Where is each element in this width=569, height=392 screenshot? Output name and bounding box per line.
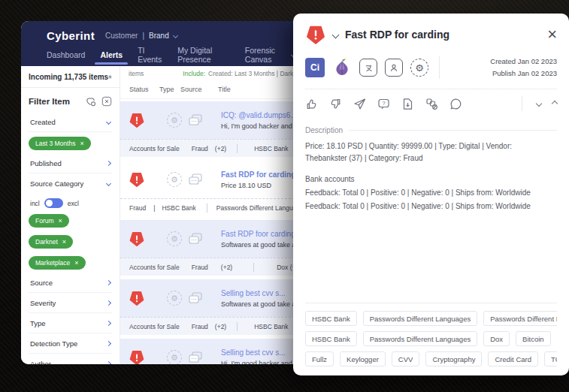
type-chevron-right-icon xyxy=(106,321,111,326)
save-filter-icon[interactable] xyxy=(85,96,96,107)
clear-filters-icon[interactable] xyxy=(101,96,112,107)
alert-row-main: ⚙ Fast RDP foor carding Softwares at goo… xyxy=(120,220,295,258)
detail-meta-row: Ci ⚙ Created Jan 02 2023 Pub xyxy=(293,50,569,87)
tag[interactable]: Bitcoin xyxy=(516,331,551,346)
alert-asset: Dox (+1) xyxy=(277,264,295,271)
alert-row[interactable]: ⚙ Selling best cvv s... Softwares at goo… xyxy=(120,279,295,335)
send-icon[interactable] xyxy=(353,98,366,110)
tune-filters-icon[interactable] xyxy=(108,72,112,82)
author-chevron-right-icon xyxy=(106,361,111,364)
tab-ti-events[interactable]: TI Events xyxy=(138,46,162,64)
chip-last-3-months[interactable]: Last 3 Months × xyxy=(29,137,91,150)
feedback-line: Feedback: Total 0 | Positive: 0 | Negati… xyxy=(305,202,557,210)
ask-analyst-icon[interactable]: ? xyxy=(377,98,390,110)
filter-section-source[interactable]: Source xyxy=(29,273,112,293)
brand-chevron-down-icon[interactable] xyxy=(173,32,178,38)
tag[interactable]: Fullz xyxy=(305,351,334,366)
alert-title-link[interactable]: Selling best cvv s... xyxy=(221,348,295,357)
tag[interactable]: Passwords Different Languages xyxy=(483,311,557,326)
alert-detail-panel: Fast RDP for carding × Ci ⚙ xyxy=(293,14,569,375)
tag[interactable]: Credit Card xyxy=(488,351,538,366)
chip-forum[interactable]: Forum × xyxy=(29,214,69,228)
footer-divider xyxy=(237,322,238,331)
alert-row-main: ⚙ Selling best cvv s... Softwares at goo… xyxy=(120,279,295,317)
chip-remove-icon[interactable]: × xyxy=(62,239,66,246)
alert-title-link[interactable]: Selling best cvv s... xyxy=(221,289,295,297)
include-exclude-toggle-row: incl excl xyxy=(29,193,112,210)
comment-icon[interactable] xyxy=(449,98,462,110)
brand-label[interactable]: Brand xyxy=(149,32,169,40)
tag[interactable]: Dox xyxy=(483,331,510,346)
tab-my-digital-presence[interactable]: My Digital Presence xyxy=(177,46,230,64)
alert-title-block: Selling best cvv s... Softwares at good … xyxy=(221,289,295,308)
column-source[interactable]: Source xyxy=(180,86,218,93)
chip-marketplace[interactable]: Marketplace × xyxy=(29,256,86,270)
description-text: Price: 18.10 PSD | Quantity: 99999.00 | … xyxy=(305,140,547,164)
content-area: Incoming 11,735 items Filter Item xyxy=(21,66,295,364)
expand-section-icon[interactable] xyxy=(552,101,558,107)
filter-section-author[interactable]: Author xyxy=(29,354,112,364)
description-section: Description Price: 18.10 PSD | Quantity:… xyxy=(293,117,569,210)
tab-forensic-canvas[interactable]: Forensic Canvas xyxy=(245,46,295,64)
collapse-section-icon[interactable] xyxy=(536,101,542,107)
close-icon[interactable]: × xyxy=(547,26,557,43)
filter-sections: Created Last 3 Months × Published xyxy=(21,112,120,364)
meta-divider xyxy=(439,56,440,79)
chip-remove-icon[interactable]: × xyxy=(80,140,83,147)
include-exclude-toggle[interactable] xyxy=(44,198,63,208)
export-file-icon[interactable] xyxy=(401,98,414,110)
thumbs-up-icon[interactable] xyxy=(305,98,318,110)
source-category-chips: Forum × Darknet × Marketplace × xyxy=(29,210,112,273)
filter-section-detection-type[interactable]: Detection Type xyxy=(29,333,112,354)
chip-label: Darknet xyxy=(35,238,58,246)
alert-type: Fraud xyxy=(192,323,208,330)
tag[interactable]: HSBC Bank xyxy=(305,311,357,326)
filter-section-source-category[interactable]: Source Category xyxy=(29,173,112,193)
filter-section-published[interactable]: Published xyxy=(29,153,112,173)
alert-title-link[interactable]: ICQ: @valid.dumps6... xyxy=(221,111,295,119)
alert-row[interactable]: ⚙ Fast RDP foor carding Softwares at goo… xyxy=(120,220,295,276)
filter-section-type[interactable]: Type xyxy=(29,313,112,333)
alert-row-selected[interactable]: ⚙ Fast RDP for carding Price 18.10 USD xyxy=(120,161,295,216)
created-label: Created xyxy=(30,118,56,126)
alert-title-link[interactable]: Fast RDP for carding xyxy=(221,170,295,179)
column-status[interactable]: Status xyxy=(129,86,159,93)
publish-date: Publish Jan 02 2023 xyxy=(490,68,557,80)
tag[interactable]: Passwords Different Languages xyxy=(363,331,478,346)
automation-gear-icon: ⚙ xyxy=(167,291,182,306)
tab-alerts[interactable]: Alerts xyxy=(100,50,123,59)
alert-rows: ⚙ ICQ: @valid.dumps6... Hi, I'm good hac… xyxy=(120,99,295,364)
thumbs-down-icon[interactable] xyxy=(329,98,342,110)
alert-row-tags: Accounts for Sale Fraud (+2) HSBC Bank xyxy=(120,317,295,335)
column-type[interactable]: Type xyxy=(159,86,180,93)
chip-remove-icon[interactable]: × xyxy=(74,260,78,267)
detail-tags: HSBC Bank Passwords Different Languages … xyxy=(293,303,569,375)
chip-darknet[interactable]: Darknet × xyxy=(29,235,73,249)
alert-type-more[interactable]: (+2) xyxy=(215,145,226,152)
chat-bubbles-icon xyxy=(188,113,203,128)
alert-row[interactable]: ⚙ ICQ: @valid.dumps6... Hi, I'm good hac… xyxy=(120,101,295,157)
filter-section-severity[interactable]: Severity xyxy=(29,293,112,313)
tab-dashboard[interactable]: Dashboard xyxy=(47,50,85,59)
tag[interactable]: Keylogger xyxy=(340,351,386,366)
tag[interactable]: HSBC Bank xyxy=(305,331,357,346)
filter-section-created[interactable]: Created xyxy=(29,112,112,132)
tag[interactable]: Cryptography xyxy=(425,351,482,366)
tag[interactable]: CVV xyxy=(392,351,420,366)
column-title[interactable]: Title xyxy=(218,86,231,93)
detection-type-label: Detection Type xyxy=(30,339,77,348)
customer-label[interactable]: Customer xyxy=(105,32,138,40)
description-hairline xyxy=(349,130,557,131)
filter-sidebar: Incoming 11,735 items Filter Item xyxy=(21,66,120,364)
chip-remove-icon[interactable]: × xyxy=(59,218,62,225)
alert-type-more[interactable]: (+2) xyxy=(221,264,232,271)
alert-title-link[interactable]: Fast RDP foor carding xyxy=(221,230,295,238)
severity-chevron-down-icon[interactable] xyxy=(332,31,340,38)
alert-type-more[interactable]: (+2) xyxy=(215,323,226,330)
related-entities-icon[interactable] xyxy=(425,98,438,110)
alert-row[interactable]: ⚙ Selling best cvv s... Hi, I'm good hac… xyxy=(120,339,295,364)
footer-divider xyxy=(253,263,254,272)
items-label: items xyxy=(129,70,144,77)
tag[interactable]: TOR xyxy=(544,351,557,366)
tag[interactable]: Passwords Different Languages xyxy=(363,311,478,326)
